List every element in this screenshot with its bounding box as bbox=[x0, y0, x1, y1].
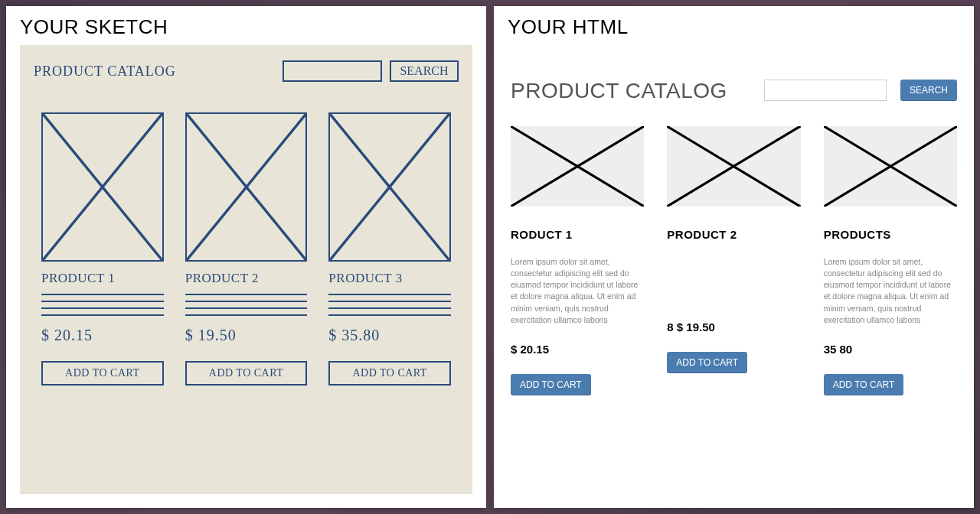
sketch-search-input bbox=[283, 60, 382, 82]
sketch-product-1: PRODUCT 1 $ 20.15 ADD TO CART bbox=[41, 112, 164, 386]
sketch-search-button: SEARCH bbox=[390, 60, 459, 82]
sketch-product-name: PRODUCT 2 bbox=[185, 271, 308, 286]
placeholder-image-icon bbox=[185, 112, 308, 262]
product-card-3: PRODUCTS Lorem ipsum dolor sit amet, con… bbox=[824, 126, 957, 395]
sketch-product-name: PRODUCT 1 bbox=[41, 271, 164, 286]
catalog-title: PRODUCT CATALOG bbox=[511, 80, 750, 103]
product-description bbox=[667, 256, 800, 304]
product-price: 35 80 bbox=[824, 343, 957, 356]
product-name: RODUCT 1 bbox=[511, 228, 644, 241]
product-name: PRODUCT 2 bbox=[667, 228, 800, 241]
product-description: Lorem ipsum dolor sit amet, consectetur … bbox=[511, 256, 644, 326]
html-panel-title: YOUR HTML bbox=[494, 6, 974, 45]
product-description: Lorem ipsum dolor sit amet, consectetur … bbox=[824, 256, 957, 326]
sketch-catalog-title: PRODUCT CATALOG bbox=[34, 63, 275, 80]
sketch-panel-title: YOUR SKETCH bbox=[6, 6, 486, 45]
sketch-add-to-cart: ADD TO CART bbox=[41, 361, 164, 386]
sketch-product-price: $ 20.15 bbox=[41, 327, 164, 344]
product-name: PRODUCTS bbox=[824, 228, 957, 241]
sketch-panel: YOUR SKETCH PRODUCT CATALOG SEARCH PRODU… bbox=[6, 6, 486, 508]
placeholder-image-icon bbox=[824, 126, 957, 207]
sketch-product-price: $ 35.80 bbox=[328, 327, 451, 344]
search-button[interactable]: SEARCH bbox=[900, 80, 957, 101]
placeholder-image-icon bbox=[41, 112, 164, 262]
product-price: 8 $ 19.50 bbox=[667, 320, 800, 333]
sketch-add-to-cart: ADD TO CART bbox=[328, 361, 451, 386]
html-panel: YOUR HTML PRODUCT CATALOG SEARCH RODUCT … bbox=[494, 6, 974, 508]
add-to-cart-button[interactable]: ADD TO CART bbox=[824, 374, 904, 395]
search-input[interactable] bbox=[764, 80, 887, 101]
sketch-product-2: PRODUCT 2 $ 19.50 ADD TO CART bbox=[185, 112, 308, 386]
product-card-1: RODUCT 1 Lorem ipsum dolor sit amet, con… bbox=[511, 126, 644, 395]
add-to-cart-button[interactable]: ADD TO CART bbox=[667, 352, 747, 373]
sketch-desc-lines bbox=[41, 294, 164, 316]
sketch-product-3: PRODUCT 3 $ 35.80 ADD TO CART bbox=[328, 112, 451, 386]
product-card-2: PRODUCT 2 8 $ 19.50 ADD TO CART bbox=[667, 126, 800, 395]
product-price: $ 20.15 bbox=[511, 343, 644, 356]
add-to-cart-button[interactable]: ADD TO CART bbox=[511, 374, 591, 395]
placeholder-image-icon bbox=[511, 126, 644, 207]
sketch-product-price: $ 19.50 bbox=[185, 327, 308, 344]
sketch-add-to-cart: ADD TO CART bbox=[185, 361, 308, 386]
sketch-photo: PRODUCT CATALOG SEARCH PRODUCT 1 $ 20.15… bbox=[20, 45, 472, 494]
placeholder-image-icon bbox=[667, 126, 800, 207]
sketch-desc-lines bbox=[328, 294, 451, 316]
sketch-desc-lines bbox=[185, 294, 308, 316]
sketch-product-name: PRODUCT 3 bbox=[328, 271, 451, 286]
placeholder-image-icon bbox=[328, 112, 451, 262]
